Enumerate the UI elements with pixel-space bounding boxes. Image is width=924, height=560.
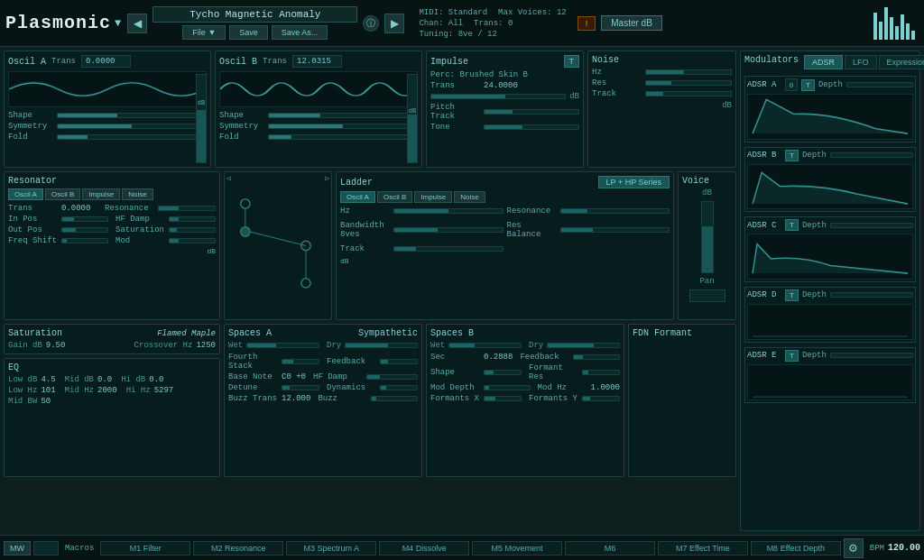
mw-slider[interactable]	[33, 541, 59, 555]
save-button[interactable]: Save	[229, 25, 268, 40]
ladder-tabs: Oscil A Oscil B Impulse Noise	[340, 191, 670, 203]
adsr-e-depth-slider[interactable]	[830, 353, 913, 358]
ladder-tab-impulse[interactable]: Impulse	[414, 191, 452, 203]
adsr-e-t-button[interactable]: T	[785, 350, 799, 362]
voice-pan-slider[interactable]	[689, 289, 725, 302]
impulse-pitch-slider[interactable]	[484, 109, 579, 115]
resonator-tab-noise[interactable]: Noise	[122, 188, 152, 200]
m3-button[interactable]: M3 Spectrum A	[286, 541, 376, 555]
m7-button[interactable]: M7 Effect Time	[658, 541, 748, 555]
oscil-a-fold-slider[interactable]	[57, 134, 207, 140]
m8-button[interactable]: M8 Effect Depth	[751, 541, 841, 555]
spaces-a-hfdamp-slider[interactable]	[366, 374, 418, 380]
impulse-trans-slider[interactable]	[430, 94, 566, 99]
spaces-b-wet-slider[interactable]	[448, 343, 522, 348]
mod-tab-expression[interactable]: Expression	[879, 55, 924, 69]
logo-arrow[interactable]: ▼	[115, 17, 122, 30]
adsr-a-depth-slider[interactable]	[846, 82, 913, 87]
ladder-tab-oscil-b[interactable]: Oscil B	[377, 191, 412, 203]
impulse-t-button[interactable]: T	[564, 55, 580, 68]
ladder-resonance-slider[interactable]	[560, 208, 670, 214]
spaces-b-shape-slider[interactable]	[484, 370, 522, 375]
warn-button[interactable]: !	[578, 16, 596, 31]
ladder-hz-slider[interactable]	[393, 208, 504, 214]
m4-button[interactable]: M4 Dissolve	[379, 541, 469, 555]
adsr-c-t-button[interactable]: T	[785, 219, 799, 231]
spaces-a-fourth-slider[interactable]	[282, 359, 319, 364]
spaces-a-dry-slider[interactable]	[345, 343, 418, 348]
spaces-b-dry-slider[interactable]	[547, 343, 620, 348]
adsr-b-depth-slider[interactable]	[830, 152, 913, 158]
resonator-mod-slider[interactable]	[169, 238, 216, 243]
spaces-b-formants-y-slider[interactable]	[582, 396, 620, 401]
info-button[interactable]: ⓘ	[363, 15, 379, 32]
adsr-b-t-button[interactable]: T	[785, 150, 799, 161]
oscil-b-trans-value[interactable]: 12.0315	[292, 55, 342, 68]
oscil-b-db-slider[interactable]: dB	[407, 74, 418, 163]
spaces-b-feedback-slider[interactable]	[573, 354, 620, 360]
adsr-d-t-button[interactable]: T	[785, 289, 799, 301]
resonator-tab-oscil-b[interactable]: Oscil B	[45, 188, 80, 200]
file-button[interactable]: File ▼	[182, 25, 226, 40]
oscil-a-title: Oscil A	[8, 57, 46, 67]
oscil-b-symmetry-slider[interactable]	[268, 124, 418, 129]
adsr-a-item: ADSR A 0 T Depth	[744, 76, 916, 142]
mod-tab-adsr[interactable]: ADSR	[804, 55, 843, 69]
adsr-d-depth-slider[interactable]	[830, 292, 913, 298]
spaces-a-detune-slider[interactable]	[282, 385, 319, 390]
resonator-tab-impulse[interactable]: Impulse	[82, 188, 120, 200]
mod-tab-lfo[interactable]: LFO	[845, 55, 877, 69]
oscil-b-shape-slider[interactable]	[268, 113, 418, 118]
adsr-a-t-button[interactable]: T	[801, 79, 815, 91]
oscil-a-symmetry-slider[interactable]	[57, 124, 207, 129]
resonator-inpos-row: In Pos HF Damp	[8, 215, 216, 224]
spaces-a-wet-slider[interactable]	[246, 343, 319, 348]
oscil-b-fold-slider[interactable]	[268, 134, 418, 140]
resonator-title: Resonator	[8, 176, 216, 186]
ladder-track-slider[interactable]	[393, 246, 504, 252]
spaces-a-feedback-slider[interactable]	[380, 359, 418, 364]
spaces-b-moddepth-slider[interactable]	[484, 385, 531, 390]
m1-button[interactable]: M1 Filter	[100, 541, 190, 555]
oscil-a-shape-slider[interactable]	[57, 113, 207, 118]
resonator-outpos-slider[interactable]	[61, 227, 108, 233]
ladder-tab-oscil-a[interactable]: Oscil A	[340, 191, 375, 203]
resonator-resonance-slider[interactable]	[158, 206, 216, 211]
m2-button[interactable]: M2 Resonance	[193, 541, 283, 555]
resonator-inpos-slider[interactable]	[61, 216, 108, 222]
lp-hp-button[interactable]: LP + HP Series	[598, 176, 670, 188]
next-button[interactable]: ▶	[384, 14, 404, 33]
adsr-a-num[interactable]: 0	[785, 78, 798, 91]
mw-button[interactable]: MW	[4, 541, 31, 555]
prev-button[interactable]: ◀	[127, 14, 147, 33]
noise-track-slider[interactable]	[645, 91, 732, 96]
ladder-bandwidth-slider[interactable]	[393, 227, 504, 233]
routing-arrow-right[interactable]: ▷	[325, 174, 329, 182]
master-button[interactable]: Master dB	[601, 15, 662, 31]
ladder-tab-noise[interactable]: Noise	[454, 191, 485, 203]
m6-button[interactable]: M6	[565, 541, 655, 555]
resonator-tab-oscil-a[interactable]: Oscil A	[8, 188, 43, 200]
noise-res-slider[interactable]	[645, 80, 732, 86]
noise-hz-slider[interactable]	[645, 69, 732, 75]
resonator-freqshift-slider[interactable]	[61, 238, 108, 243]
adsr-c-depth-slider[interactable]	[830, 223, 913, 228]
spaces-a-dynamics-slider[interactable]	[380, 385, 418, 390]
spaces-b-formant-res-slider[interactable]	[582, 370, 620, 375]
ladder-res-balance-slider[interactable]	[560, 227, 670, 233]
oscil-a-trans-value[interactable]: 0.0000	[81, 55, 131, 68]
gear-button[interactable]: ⚙	[844, 538, 864, 558]
resonator-hfdamp-slider[interactable]	[169, 216, 216, 222]
resonator-saturation-slider[interactable]	[169, 227, 216, 233]
app-title: Plasmonic	[5, 13, 111, 33]
impulse-tone-slider[interactable]	[484, 124, 579, 130]
spaces-b-formants-x-slider[interactable]	[484, 396, 522, 401]
spaces-a-buzz-slider[interactable]	[371, 396, 418, 401]
svg-point-6	[301, 279, 310, 288]
save-as-button[interactable]: Save As...	[272, 25, 328, 40]
routing-arrow-left[interactable]: ◁	[226, 174, 231, 182]
m5-button[interactable]: M5 Movement	[472, 541, 562, 555]
impulse-header: Impulse T	[430, 55, 579, 68]
oscil-a-db-slider[interactable]: dB	[196, 74, 207, 163]
voice-db-slider[interactable]	[701, 201, 714, 273]
